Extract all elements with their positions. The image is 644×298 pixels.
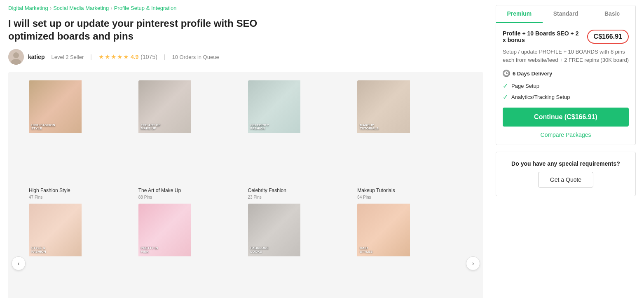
orders-divider: |	[164, 54, 166, 60]
gallery-item-3: celebrityFASHION Celebrity Fashion 23 Pi…	[248, 80, 354, 199]
gig-title: I will set up or update your pinterest p…	[8, 17, 288, 42]
gallery-container: ‹ high fashionSTYLE High Fashion Style 4…	[8, 72, 483, 298]
package-header-row: Profile + 10 Boards SEO + 2 x bonus C$16…	[503, 30, 629, 44]
chevron-left-icon: ‹	[18, 260, 20, 267]
special-req-title: Do you have any special requirements?	[504, 160, 627, 167]
gallery-item-5: style &FASHION Style & Fashion 41 Pins	[29, 204, 134, 298]
breadcrumb-sep-1: ›	[50, 5, 52, 11]
seller-divider: |	[90, 54, 92, 60]
gallery-thumb-1[interactable]: high fashionSTYLE	[29, 80, 134, 186]
rating-value: 4.9	[131, 54, 138, 60]
gallery-item-2: the art ofMAKE UP The Art of Make Up 88 …	[138, 80, 244, 199]
gallery-sublabel-3: 23 Pins	[248, 195, 354, 199]
seller-name[interactable]: katiep	[28, 54, 44, 60]
gallery-thumb-7[interactable]: fabulousLOOKS	[248, 204, 354, 298]
delivery-row: 6 Days Delivery	[503, 70, 629, 77]
feature-list: ✓ Page Setup ✓ Analytics/Tracking Setup	[503, 82, 629, 101]
check-icon-2: ✓	[503, 93, 508, 101]
delivery-text: 6 Days Delivery	[513, 70, 552, 77]
gallery-label-1: High Fashion Style	[29, 188, 134, 193]
gallery-item-1: high fashionSTYLE High Fashion Style 47 …	[29, 80, 134, 199]
gallery-thumb-2[interactable]: the art ofMAKE UP	[138, 80, 244, 186]
gallery-item-4: makeupTUTORIALS Makeup Tutorials 64 Pins	[357, 80, 463, 199]
star-3: ★	[111, 53, 116, 61]
package-description: Setup / update PROFILE + 10 BOARDS with …	[503, 48, 629, 64]
gallery-sublabel-4: 64 Pins	[357, 195, 463, 199]
tab-premium[interactable]: Premium	[496, 5, 543, 23]
gallery-thumb-3[interactable]: celebrityFASHION	[248, 80, 354, 186]
orders-in-queue: 10 Orders in Queue	[172, 54, 219, 60]
package-tabs: Premium Standard Basic	[496, 5, 635, 23]
star-1: ★	[98, 53, 104, 61]
package-body: Profile + 10 Boards SEO + 2 x bonus C$16…	[496, 23, 635, 145]
breadcrumb-social-media[interactable]: Social Media Marketing	[53, 5, 109, 11]
breadcrumb-profile-setup[interactable]: Profile Setup & Integration	[114, 5, 177, 11]
avatar	[8, 49, 24, 65]
package-name: Profile + 10 Boards SEO + 2 x bonus	[503, 30, 583, 43]
feature-label-1: Page Setup	[511, 83, 539, 89]
feature-item-2: ✓ Analytics/Tracking Setup	[503, 93, 629, 101]
gallery-next-button[interactable]: ›	[466, 256, 480, 270]
star-2: ★	[105, 53, 110, 61]
star-5: ★	[123, 53, 129, 61]
gallery-sublabel-2: 88 Pins	[138, 195, 244, 199]
gallery-thumb-5[interactable]: style &FASHION	[29, 204, 134, 298]
review-count: (1075)	[141, 54, 157, 60]
get-quote-button[interactable]: Get a Quote	[538, 172, 593, 188]
gallery-grid: high fashionSTYLE High Fashion Style 47 …	[29, 80, 463, 298]
continue-button[interactable]: Continue (C$166.91)	[503, 108, 629, 127]
feature-item-1: ✓ Page Setup	[503, 82, 629, 90]
seller-info: katiep Level 2 Seller | ★ ★ ★ ★ ★ 4.9 (1…	[8, 49, 483, 65]
feature-label-2: Analytics/Tracking Setup	[511, 94, 570, 100]
gallery-thumb-8[interactable]: hairSTYLES	[357, 204, 463, 298]
gallery-item-8: hairSTYLES Hair Styles 101 Pins	[357, 204, 463, 298]
special-requirements-card: Do you have any special requirements? Ge…	[496, 152, 636, 196]
compare-packages-link[interactable]: Compare Packages	[503, 131, 629, 138]
star-rating: ★ ★ ★ ★ ★ 4.9 (1075)	[98, 53, 157, 61]
gallery-sublabel-1: 47 Pins	[29, 195, 134, 199]
svg-line-5	[506, 73, 508, 74]
right-panel: Premium Standard Basic Profile + 10 Boar…	[496, 5, 636, 298]
gallery-item-6: pretty inPINK Pretty in Pink - Pink Ma..…	[138, 204, 244, 298]
breadcrumb: Digital Marketing › Social Media Marketi…	[8, 5, 483, 11]
package-card: Premium Standard Basic Profile + 10 Boar…	[496, 5, 636, 145]
gallery-thumb-4[interactable]: makeupTUTORIALS	[357, 80, 463, 186]
chevron-right-icon: ›	[472, 260, 474, 267]
svg-point-1	[13, 52, 19, 58]
gallery-label-3: Celebrity Fashion	[248, 188, 354, 193]
package-price: C$166.91	[587, 30, 629, 44]
seller-level: Level 2 Seller	[51, 54, 84, 60]
clock-icon	[503, 70, 510, 77]
breadcrumb-digital-marketing[interactable]: Digital Marketing	[8, 5, 48, 11]
gallery-item-7: fabulousLOOKS Fabulous Looks 28 Pins	[248, 204, 354, 298]
gallery-label-4: Makeup Tutorials	[357, 188, 463, 193]
tab-standard[interactable]: Standard	[543, 5, 589, 23]
gallery-prev-button[interactable]: ‹	[12, 256, 26, 270]
star-4: ★	[117, 53, 122, 61]
tab-basic[interactable]: Basic	[589, 5, 635, 23]
gallery-label-2: The Art of Make Up	[138, 188, 244, 193]
check-icon-1: ✓	[503, 82, 508, 90]
breadcrumb-sep-2: ›	[110, 5, 112, 11]
gallery-thumb-6[interactable]: pretty inPINK	[138, 204, 244, 298]
